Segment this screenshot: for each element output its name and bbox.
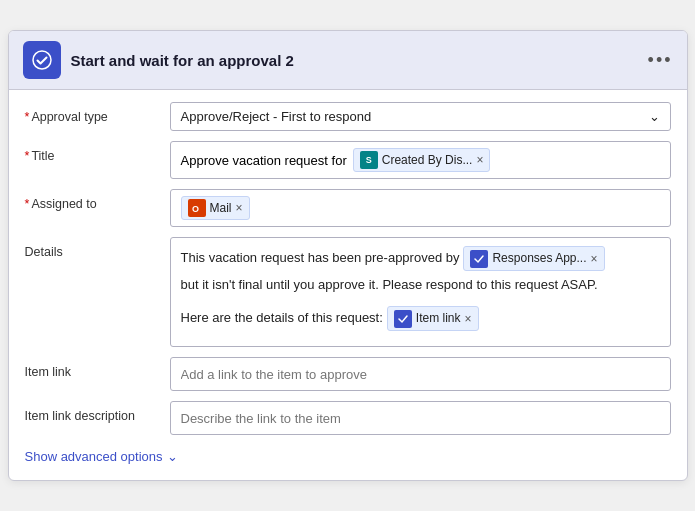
details-line1-text: This vacation request has been pre-appro… [181, 248, 460, 269]
show-advanced-label: Show advanced options [25, 449, 163, 464]
item-link-desc-field [170, 401, 671, 435]
details-token1-close[interactable]: × [591, 253, 598, 265]
details-line2-text: but it isn't final until you approve it.… [181, 275, 598, 296]
approval-token-icon2 [394, 310, 412, 328]
details-token2-text: Item link [416, 309, 461, 328]
item-link-label: Item link [25, 357, 170, 379]
details-line1: This vacation request has been pre-appro… [181, 246, 660, 271]
details-line3: Here are the details of this request: It… [181, 306, 660, 331]
title-row: *Title Approve vacation request for S Cr… [25, 141, 671, 179]
assigned-to-label: *Assigned to [25, 189, 170, 211]
card-header: Start and wait for an approval 2 ••• [9, 31, 687, 90]
header-left: Start and wait for an approval 2 [23, 41, 294, 79]
item-link-field [170, 357, 671, 391]
show-advanced-options-button[interactable]: Show advanced options ⌄ [25, 449, 671, 464]
details-token1-text: Responses App... [492, 249, 586, 268]
details-token1: Responses App... × [463, 246, 604, 271]
item-link-input-wrapper [170, 357, 671, 391]
office-icon: O [188, 199, 206, 217]
more-options-button[interactable]: ••• [648, 50, 673, 71]
svg-point-0 [33, 51, 51, 69]
chevron-down-icon: ⌄ [167, 449, 178, 464]
details-field: This vacation request has been pre-appro… [170, 237, 671, 347]
title-label: *Title [25, 141, 170, 163]
required-star: * [25, 197, 30, 211]
assigned-to-row: *Assigned to O Mail × [25, 189, 671, 227]
dropdown-chevron-icon: ⌄ [649, 109, 660, 124]
svg-rect-3 [472, 252, 486, 266]
svg-rect-4 [396, 312, 410, 326]
title-field: Approve vacation request for S Created B… [170, 141, 671, 179]
assigned-to-token-close[interactable]: × [236, 202, 243, 214]
details-token2: Item link × [387, 306, 479, 331]
item-link-desc-input[interactable] [181, 411, 660, 426]
approval-card: Start and wait for an approval 2 ••• *Ap… [8, 30, 688, 481]
required-star: * [25, 149, 30, 163]
details-line3-text: Here are the details of this request: [181, 308, 383, 329]
assigned-to-field: O Mail × [170, 189, 671, 227]
title-token-text: Created By Dis... [382, 153, 473, 167]
details-token2-close[interactable]: × [465, 313, 472, 325]
item-link-row: Item link [25, 357, 671, 391]
required-star: * [25, 110, 30, 124]
title-token: S Created By Dis... × [353, 148, 491, 172]
assigned-to-token-text: Mail [210, 201, 232, 215]
svg-text:O: O [192, 204, 199, 214]
header-title: Start and wait for an approval 2 [71, 52, 294, 69]
assigned-to-token: O Mail × [181, 196, 250, 220]
item-link-input[interactable] [181, 367, 660, 382]
sharepoint-icon: S [360, 151, 378, 169]
approval-token-icon1 [470, 250, 488, 268]
details-input[interactable]: This vacation request has been pre-appro… [170, 237, 671, 347]
card-body: *Approval type Approve/Reject - First to… [9, 90, 687, 480]
approval-type-label: *Approval type [25, 102, 170, 124]
title-prefix-text: Approve vacation request for [181, 153, 347, 168]
details-line2: but it isn't final until you approve it.… [181, 275, 660, 296]
approval-icon [23, 41, 61, 79]
approval-type-value: Approve/Reject - First to respond [181, 109, 372, 124]
item-link-desc-row: Item link description [25, 401, 671, 435]
assigned-to-input[interactable]: O Mail × [170, 189, 671, 227]
approval-type-row: *Approval type Approve/Reject - First to… [25, 102, 671, 131]
details-label: Details [25, 237, 170, 259]
title-input[interactable]: Approve vacation request for S Created B… [170, 141, 671, 179]
details-row: Details This vacation request has been p… [25, 237, 671, 347]
item-link-desc-label: Item link description [25, 401, 170, 423]
approval-type-field: Approve/Reject - First to respond ⌄ [170, 102, 671, 131]
approval-type-dropdown[interactable]: Approve/Reject - First to respond ⌄ [170, 102, 671, 131]
item-link-desc-input-wrapper [170, 401, 671, 435]
title-token-close[interactable]: × [476, 154, 483, 166]
